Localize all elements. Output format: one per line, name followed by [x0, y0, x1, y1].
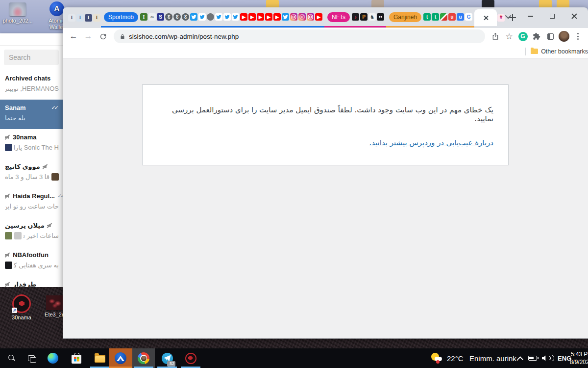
taskbar-store-button[interactable] — [66, 348, 87, 368]
flag-diagonal-favicon[interactable] — [440, 13, 447, 21]
desktop-icon-partial-folder[interactable] — [539, 0, 552, 7]
chess-favicon[interactable]: ♞ — [368, 13, 376, 21]
desktop-icon-label: 30nama — [6, 315, 37, 321]
chat-list-item[interactable]: مووی کاتیجقا 3 سال و 3 ماه و 3 ر — [0, 158, 63, 188]
score-ball-favicon[interactable]: 3 — [165, 13, 172, 21]
twitter-favicon[interactable] — [232, 13, 239, 21]
i-site-green-favicon[interactable]: I — [140, 13, 147, 21]
close-button[interactable] — [568, 10, 581, 23]
weather-temperature[interactable]: 22°C — [447, 348, 464, 368]
taskbar-edge-button[interactable] — [42, 348, 64, 368]
u-blue-favicon[interactable]: u — [457, 13, 464, 21]
tab-group-label[interactable]: Ganjineh — [389, 12, 421, 22]
youtube-favicon[interactable]: ▶ — [257, 13, 264, 21]
chat-list-item[interactable]: NBAfootfunبه سری هفتایی کدوم — [0, 247, 63, 276]
profile-avatar-overlay — [141, 356, 147, 361]
taskbar-30nama-button[interactable] — [179, 348, 202, 368]
youtube-favicon[interactable]: ▶ — [265, 13, 272, 21]
video-app-favicon[interactable]: ♪ — [352, 13, 359, 21]
back-button[interactable]: ← — [67, 29, 80, 43]
t-green-favicon[interactable]: t — [423, 13, 431, 21]
taskbar-chrome-button[interactable] — [132, 348, 155, 368]
i-site-3-favicon[interactable]: I — [85, 14, 92, 22]
extensions-button[interactable] — [530, 30, 543, 43]
i-site-2-favicon[interactable]: I — [76, 14, 84, 22]
twitter-favicon[interactable] — [190, 13, 197, 21]
browser-menu-button[interactable] — [571, 30, 584, 43]
twitter-favicon[interactable] — [198, 13, 206, 21]
task-view-button[interactable] — [22, 348, 41, 368]
tab-group-sportmob: SportmobI∞S333▶▶▶▶▶▶ — [101, 8, 324, 27]
forward-button[interactable]: → — [81, 29, 95, 43]
twitter-favicon[interactable] — [282, 13, 289, 21]
tray-expand-button[interactable] — [513, 348, 525, 368]
tab-group-nfts: NFTs♪P♞•• — [324, 8, 386, 27]
p-letter-favicon[interactable]: P — [360, 13, 368, 21]
t-green-favicon[interactable]: t — [432, 13, 439, 21]
reload-button[interactable] — [96, 29, 110, 43]
battery-tray-button[interactable] — [525, 348, 540, 368]
taskbar-telegram-button[interactable]: .52 — [156, 348, 178, 368]
twitter-favicon[interactable] — [215, 13, 222, 21]
instagram-favicon[interactable] — [298, 13, 306, 21]
tab-group-label[interactable]: Sportmob — [104, 12, 138, 22]
instagram-favicon[interactable] — [290, 13, 297, 21]
weather-button[interactable] — [429, 348, 445, 368]
chat-title: میلان پرشین — [5, 222, 45, 229]
address-bar[interactable]: sisishoe.com/wp-admin/post-new.php — [114, 29, 485, 43]
share-button[interactable] — [489, 30, 502, 43]
volume-tray-button[interactable] — [540, 348, 556, 368]
bookmark-star-button[interactable]: ☆ — [503, 30, 515, 43]
other-bookmarks-button[interactable]: Other bookmarks — [541, 48, 588, 55]
taskbar-explorer-button[interactable] — [89, 348, 111, 368]
i-site-4-favicon[interactable]: I — [93, 14, 100, 22]
chat-list-item[interactable]: 30namaSonic The H پارامونت — [0, 129, 63, 158]
youtube-favicon[interactable]: ▶ — [273, 13, 281, 21]
tab-search-button[interactable] — [502, 10, 515, 23]
chat-list-item[interactable]: Haida Regul...✓✓حات ساعت رو تو این یکی — [0, 188, 63, 217]
tab-close-icon[interactable] — [483, 15, 489, 21]
desktop-icon-partial-folder[interactable] — [266, 0, 279, 7]
desktop-icon-photo[interactable]: photo_202... — [2, 2, 33, 24]
gray-dot-favicon[interactable] — [207, 13, 214, 21]
minimize-button[interactable] — [524, 10, 537, 23]
score-ball-favicon[interactable]: 3 — [173, 13, 181, 21]
page-content: یک خطای مهم در این وب سایت وجود داشت. لط… — [63, 58, 588, 338]
grammarly-extension-button[interactable]: G — [516, 30, 529, 43]
active-tab[interactable] — [474, 9, 497, 26]
red-app-favicon[interactable]: u — [448, 13, 456, 21]
muted-icon — [5, 134, 10, 140]
desktop-icon-partial-dark-app[interactable] — [482, 0, 494, 7]
chat-list-item[interactable]: Sanam✓✓بله حتما — [0, 100, 63, 129]
taskbar-search-button[interactable] — [2, 348, 22, 368]
paperclip-favicon[interactable]: ∞ — [148, 13, 156, 21]
google-favicon[interactable]: G — [465, 13, 472, 21]
youtube-favicon[interactable]: ▶ — [240, 13, 247, 21]
profile-button[interactable] — [558, 30, 570, 43]
side-panel-icon — [547, 33, 554, 40]
desktop-icon-30nama[interactable]: ↗ 30nama — [6, 294, 37, 321]
tab-group-label[interactable]: NFTs — [327, 12, 350, 22]
instagram-favicon[interactable] — [307, 13, 314, 21]
i-site-1-favicon[interactable]: I — [68, 14, 75, 22]
desktop-icon-partial-photo[interactable] — [371, 0, 384, 7]
clock-tray[interactable]: 5:43 PM 8/9/2022 — [569, 348, 588, 368]
desktop-icon-partial-folder[interactable] — [557, 0, 569, 7]
side-panel-button[interactable] — [544, 30, 557, 43]
chat-list-item[interactable]: میلان پرشینساعات اخیر تیم | — [0, 217, 63, 247]
score-ball-favicon[interactable]: 3 — [182, 13, 189, 21]
dark-dots-favicon[interactable]: •• — [377, 13, 384, 21]
weather-summary[interactable]: Enimm. aurink. — [469, 348, 518, 368]
troubleshooting-link[interactable]: دربارهٔ عیب‌یابی در وردپرس بیشتر بدانید. — [369, 138, 493, 147]
chat-title: مووی کاتیج — [5, 163, 40, 170]
youtube-favicon[interactable]: ▶ — [248, 13, 256, 21]
search-input[interactable]: Search — [4, 50, 59, 65]
taskbar-vpn-app-button[interactable] — [109, 348, 132, 368]
s-navy-favicon[interactable]: S — [157, 13, 164, 21]
maximize-button[interactable] — [546, 10, 559, 23]
chat-list-item[interactable]: Archived chatsHERMANOS, توییتر فار. — [0, 70, 63, 100]
kebab-menu-icon — [577, 33, 579, 40]
youtube-favicon[interactable]: ▶ — [315, 13, 322, 21]
chat-list-item[interactable]: طرفدار — [0, 276, 63, 287]
twitter-favicon[interactable] — [223, 13, 231, 21]
